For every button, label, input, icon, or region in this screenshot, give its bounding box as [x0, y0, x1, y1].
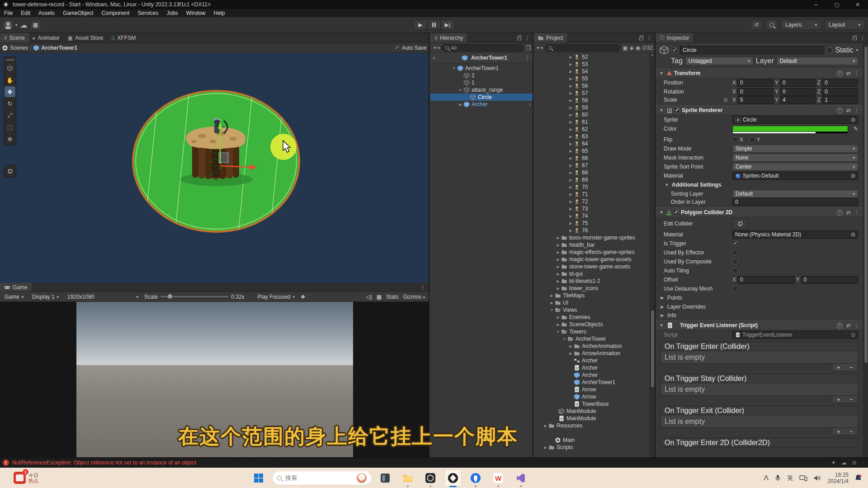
edit-collider-button[interactable]	[732, 219, 748, 229]
scale-y-field[interactable]: 4	[780, 96, 816, 104]
project-item[interactable]: ▶55	[533, 75, 655, 82]
component-enabled-checkbox[interactable]	[674, 108, 679, 113]
tab-scene[interactable]: #Scene	[0, 33, 29, 42]
search-icon[interactable]	[766, 20, 778, 30]
project-folder[interactable]: ▼Views	[533, 306, 655, 314]
used-by-effector-checkbox[interactable]	[732, 250, 738, 255]
remove-event-button[interactable]: −	[849, 396, 853, 403]
scale-tool[interactable]: ⤢	[5, 110, 15, 121]
scrollbar-thumb[interactable]	[651, 310, 654, 387]
menu-edit[interactable]: Edit	[17, 10, 34, 16]
hierarchy-item-archertower1[interactable]: ▼ArcherTower1	[430, 65, 533, 72]
additional-settings-foldout[interactable]: Additional Settings	[672, 182, 721, 188]
menu-gameobject[interactable]: GameObject	[59, 10, 97, 16]
prefab-menu-icon[interactable]: ⋮	[524, 55, 530, 61]
lock-icon[interactable]	[853, 37, 857, 40]
active-checkbox[interactable]	[672, 47, 677, 53]
project-asset[interactable]: MainModule	[533, 408, 655, 415]
project-folder[interactable]: ▶magic-tower-game-assets	[533, 256, 655, 263]
expand-arrow[interactable]: ▼	[458, 88, 463, 92]
rotation-z-field[interactable]: 0	[822, 88, 858, 96]
game-display-mode-dropdown[interactable]: Game▾	[2, 292, 27, 301]
prefab-open-chevron[interactable]: ›	[529, 101, 531, 108]
hierarchy-search-input[interactable]: All	[442, 44, 524, 52]
inspector-menu-icon[interactable]: ⋮	[860, 35, 865, 41]
project-item[interactable]: ▶67	[533, 162, 655, 169]
project-asset[interactable]: Arrow	[533, 393, 655, 400]
tab-inspector[interactable]: ⓘInspector	[656, 33, 693, 42]
status-icon-cloud[interactable]: ☁	[841, 460, 847, 466]
status-icon-refresh[interactable]: ◌	[862, 460, 865, 466]
draw-mode-dropdown[interactable]: Simple▾	[732, 145, 858, 153]
expand-arrow[interactable]: ▼	[451, 66, 457, 70]
app-visual-studio[interactable]	[512, 469, 529, 487]
project-item[interactable]: ▶59	[533, 104, 655, 111]
used-by-composite-checkbox[interactable]	[732, 259, 738, 264]
minimize-button[interactable]: ─	[806, 0, 826, 9]
breadcrumb-prefab[interactable]: ArcherTower1	[41, 45, 77, 51]
project-item[interactable]: ▶61	[533, 118, 655, 126]
project-menu-icon[interactable]: ⋮	[646, 35, 652, 41]
resolution-dropdown[interactable]: 868x488▾	[65, 292, 142, 301]
breadcrumb-scenes[interactable]: Scenes	[10, 45, 28, 51]
mute-audio-icon[interactable]: ◁)	[366, 294, 372, 300]
app-unity-hub[interactable]	[422, 469, 439, 487]
edit-collider-tool[interactable]	[4, 165, 16, 178]
lock-icon[interactable]	[517, 37, 521, 40]
mask-interaction-dropdown[interactable]: None▾	[732, 154, 858, 162]
help-icon[interactable]: ?	[837, 70, 843, 76]
scroll-up-arrow[interactable]: ▲	[650, 53, 655, 56]
project-item[interactable]: ▶64	[533, 140, 655, 147]
autosave-checkbox[interactable]	[394, 45, 400, 51]
project-item[interactable]: ▶70	[533, 183, 655, 191]
object-picker-icon[interactable]: ⊙	[851, 231, 855, 238]
menu-services[interactable]: Services	[133, 10, 162, 16]
component-menu-icon[interactable]: ⋮	[854, 323, 859, 328]
transform-tool[interactable]: ⊕	[5, 133, 15, 144]
add-event-button[interactable]: +	[837, 396, 840, 403]
app-unity-editor[interactable]	[444, 469, 462, 487]
add-event-button[interactable]: +	[837, 364, 840, 371]
static-checkbox[interactable]	[827, 47, 832, 53]
rotation-x-field[interactable]: 0	[737, 88, 774, 96]
favorites-icon[interactable]: ◉	[636, 45, 640, 51]
project-item[interactable]: ▶53	[533, 61, 655, 68]
layer-dropdown[interactable]: Default▾	[777, 57, 858, 65]
tab-animator[interactable]: ▸Animator	[29, 33, 64, 42]
rotation-y-field[interactable]: 0	[780, 88, 816, 96]
hidden-count[interactable]: ∅32	[642, 45, 653, 51]
project-item[interactable]: ▶60	[533, 111, 655, 118]
project-item[interactable]: ▶58	[533, 97, 655, 104]
close-button[interactable]: ✕	[847, 0, 868, 9]
project-item[interactable]: ▶52	[533, 53, 655, 61]
account-icon[interactable]	[4, 20, 13, 29]
position-x-field[interactable]: 0	[737, 79, 774, 87]
project-scrollbar[interactable]: ▲	[650, 53, 655, 457]
project-item[interactable]: ▶54	[533, 68, 655, 75]
tab-hierarchy[interactable]: ≡Hierarchy	[430, 33, 467, 42]
add-event-button[interactable]: +	[837, 428, 840, 435]
project-item[interactable]: ▶63	[533, 133, 655, 140]
project-item[interactable]: ▶74	[533, 212, 655, 220]
sorting-layer-dropdown[interactable]: Default▾	[732, 190, 858, 198]
scene-canvas[interactable]	[0, 53, 429, 283]
create-dropdown[interactable]: ＋▾	[535, 44, 543, 52]
hierarchy-item-2[interactable]: 2	[430, 72, 533, 79]
points-foldout[interactable]: Points	[667, 295, 682, 301]
microphone-icon[interactable]	[775, 474, 781, 482]
play-focused-dropdown[interactable]: Play Focused▾	[255, 292, 298, 301]
tag-dropdown[interactable]: Untagged▾	[685, 57, 753, 65]
scale-x-field[interactable]: 5	[737, 96, 774, 104]
project-asset[interactable]: Archer	[533, 357, 655, 364]
project-folder[interactable]: ▶SceneObjects	[533, 321, 655, 328]
lock-icon[interactable]	[639, 37, 643, 40]
object-picker-icon[interactable]: ⊙	[851, 117, 855, 123]
position-y-field[interactable]: 0	[780, 79, 816, 87]
offset-x-field[interactable]: 0	[737, 276, 794, 284]
scale-slider[interactable]	[160, 296, 228, 297]
is-trigger-checkbox[interactable]	[732, 241, 738, 246]
prefab-header-row[interactable]: ‹ ArcherTower1 ⋮	[430, 53, 533, 63]
component-menu-icon[interactable]: ⋮	[854, 210, 859, 216]
eyedropper-icon[interactable]: ✎	[850, 126, 858, 132]
flip-y-checkbox[interactable]	[750, 137, 755, 142]
